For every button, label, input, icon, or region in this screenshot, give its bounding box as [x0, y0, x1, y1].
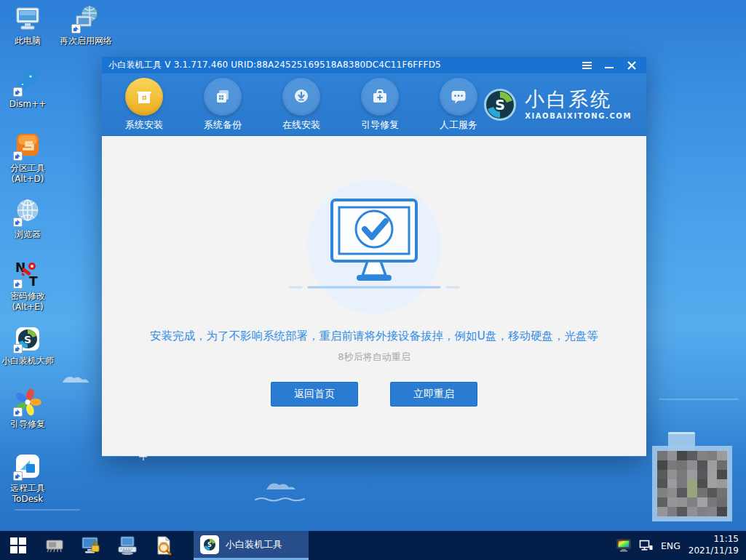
taskbar-active-app[interactable]: S 小白装机工具 [194, 531, 309, 560]
desktop-icon-label: 分区工具 [0, 163, 56, 174]
window-titlebar: 小白装机工具 V 3.1.717.460 URID:88A24525169518… [102, 57, 646, 73]
success-illustration [102, 136, 646, 317]
shortcut-arrow-icon [13, 344, 23, 353]
system-tray: ENG 11:15 2021/11/19 [616, 531, 746, 560]
desktop: 此电脑 再次启用网络 Dism++ [0, 0, 746, 560]
desktop-icon-label: (Alt+E) [0, 302, 56, 313]
cloud [265, 479, 297, 492]
svg-text:S: S [495, 97, 505, 113]
desktop-icon-xiaobai-master[interactable]: S 小白装机大师 [0, 324, 56, 367]
shortcut-arrow-icon [13, 87, 23, 97]
network-icon[interactable] [639, 540, 653, 551]
menu-button[interactable] [579, 58, 595, 72]
nav-item-label: 系统备份 [199, 119, 246, 132]
svg-text:T: T [29, 274, 38, 289]
window-controls [579, 58, 640, 72]
menu-icon [582, 65, 592, 66]
main-nav: 系统安装 系统备份 在线安装 [121, 78, 482, 132]
action-buttons: 返回首页 立即重启 [102, 382, 646, 407]
nav-item-label: 人工服务 [435, 119, 482, 132]
desktop-icon-label: (Alt+D) [0, 174, 56, 185]
cpu-chip-icon [44, 535, 66, 556]
svg-text:S: S [207, 542, 212, 548]
desktop-icon-boot-repair[interactable]: 引导修复 [0, 388, 56, 430]
shortcut-arrow-icon [13, 151, 23, 161]
system-install-icon [125, 78, 163, 116]
nav-item-support[interactable]: 人工服务 [435, 78, 482, 132]
desktop-icon-label: ToDesk [0, 494, 56, 505]
clock[interactable]: 11:15 2021/11/19 [689, 534, 739, 556]
desktop-icon-label: 再次启用网络 [55, 36, 116, 47]
nav-item-system-install[interactable]: 系统安装 [121, 78, 167, 132]
window-title: 小白装机工具 V 3.1.717.460 URID:88A24525169518… [108, 59, 441, 71]
qr-mosaic [657, 451, 727, 516]
taskbar-icon-search-file[interactable] [146, 531, 182, 560]
brand-name: 小白系统 [525, 89, 632, 111]
minimize-icon [605, 67, 614, 68]
desktop-icon-label: 引导修复 [0, 419, 56, 430]
close-button[interactable] [624, 58, 640, 72]
shortcut-arrow-icon [13, 279, 23, 289]
boot-repair-nav-icon [361, 78, 399, 116]
app-window: 小白装机工具 V 3.1.717.460 URID:88A24525169518… [102, 57, 646, 457]
shortcut-arrow-icon [71, 24, 81, 33]
svg-text:N: N [15, 260, 25, 275]
nav-item-label: 系统安装 [121, 119, 167, 132]
desktop-icon-password-reset[interactable]: N T 密码修改 (Alt+E) [0, 260, 56, 313]
nav-item-label: 引导修复 [357, 119, 403, 132]
close-icon [627, 61, 636, 70]
desktop-icon-label: 浏览器 [0, 229, 56, 240]
desktop-icon-browser[interactable]: 浏览器 [0, 198, 56, 240]
taskbar-icon-pc-lock[interactable] [73, 531, 109, 560]
language-indicator[interactable]: ENG [661, 540, 680, 551]
pc-lock-icon [80, 535, 102, 556]
nav-item-online-install[interactable]: 在线安装 [278, 78, 325, 132]
windows-logo-icon [10, 537, 26, 553]
desktop-icon-label: 小白装机大师 [0, 356, 56, 367]
desktop-icon-dism[interactable]: Dism++ [0, 68, 56, 110]
taskbar-app-label: 小白装机工具 [226, 538, 282, 551]
online-install-icon [282, 78, 320, 116]
brand-logo: S 小白系统 XIAOBAIXITONG.COM [483, 87, 632, 122]
taskbar: S 小白装机工具 ENG 11:15 2021/11/19 [0, 531, 746, 560]
desktop-icon-label: 此电脑 [0, 36, 56, 47]
desktop-icon-label: Dism++ [0, 99, 56, 110]
minimize-button[interactable] [601, 58, 617, 72]
taskbar-icon-keyboard[interactable] [109, 531, 146, 560]
wave-line [15, 509, 80, 511]
window-header: 系统安装 系统备份 在线安装 [102, 73, 646, 136]
this-pc-icon [13, 4, 42, 33]
keyboard-monitor-icon [116, 535, 138, 556]
qr-code-blurred [652, 446, 732, 521]
restart-countdown: 8秒后将自动重启 [102, 351, 646, 364]
install-complete-message: 安装完成，为了不影响系统部署，重启前请将外接设备拔掉，例如U盘，移动硬盘，光盘等 [102, 329, 646, 344]
desktop-icon-label: 密码修改 [0, 291, 56, 302]
desktop-icon-this-pc[interactable]: 此电脑 [0, 4, 56, 47]
wave-line [659, 399, 739, 400]
brand-site: XIAOBAIXITONG.COM [525, 112, 632, 120]
desktop-icon-enable-network[interactable]: 再次启用网络 [55, 4, 116, 47]
desktop-icon-todesk[interactable]: 远程工具 ToDesk [0, 452, 56, 505]
restart-now-button[interactable]: 立即重启 [390, 382, 477, 407]
search-file-icon [153, 535, 175, 556]
tray-time: 11:15 [689, 534, 739, 545]
svg-text:S: S [24, 334, 31, 345]
desktop-icon-partition-tool[interactable]: 分区工具 (Alt+D) [0, 132, 56, 185]
system-backup-icon [204, 78, 242, 116]
shortcut-arrow-icon [13, 471, 23, 481]
support-chat-icon [440, 78, 477, 116]
desktop-icon-label: 远程工具 [0, 483, 56, 494]
nav-item-boot-repair[interactable]: 引导修复 [357, 78, 403, 132]
xiaobai-logo-icon: S [483, 87, 517, 122]
display-color-icon[interactable] [616, 539, 631, 552]
back-home-button[interactable]: 返回首页 [271, 382, 358, 407]
nav-item-label: 在线安装 [278, 119, 325, 132]
window-content: 安装完成，为了不影响系统部署，重启前请将外接设备拔掉，例如U盘，移动硬盘，光盘等… [102, 136, 646, 456]
shortcut-arrow-icon [13, 217, 23, 227]
nav-item-system-backup[interactable]: 系统备份 [199, 78, 246, 132]
start-button[interactable] [0, 531, 36, 560]
cloud [61, 372, 90, 384]
wave-line [255, 496, 306, 502]
taskbar-icon-cpu[interactable] [36, 531, 73, 560]
shortcut-arrow-icon [13, 407, 23, 417]
